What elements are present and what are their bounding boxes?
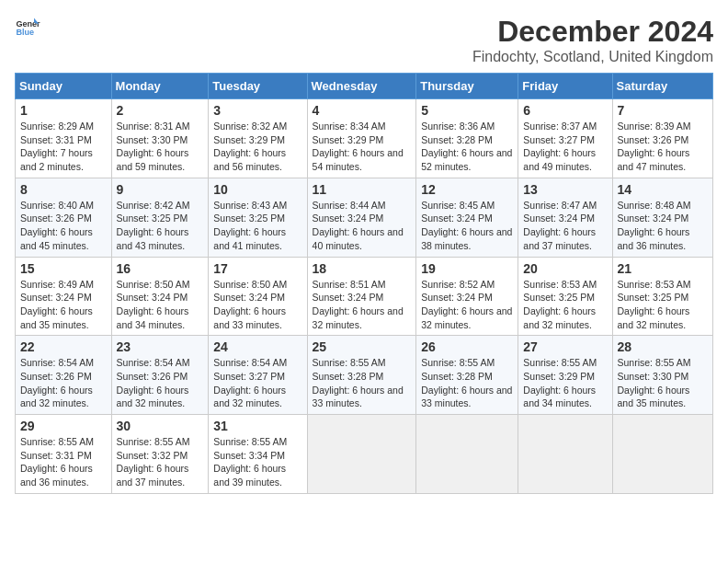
- col-saturday: Saturday: [612, 74, 712, 99]
- table-row: 21 Sunrise: 8:53 AM Sunset: 3:25 PM Dayl…: [612, 257, 712, 336]
- table-row: 29 Sunrise: 8:55 AM Sunset: 3:31 PM Dayl…: [16, 415, 112, 494]
- table-row: 6 Sunrise: 8:37 AM Sunset: 3:27 PM Dayli…: [518, 99, 612, 178]
- day-info: Sunrise: 8:37 AM Sunset: 3:27 PM Dayligh…: [523, 120, 607, 174]
- day-info: Sunrise: 8:55 AM Sunset: 3:34 PM Dayligh…: [213, 435, 301, 489]
- day-number: 26: [421, 339, 513, 354]
- table-row: [307, 415, 416, 494]
- day-info: Sunrise: 8:54 AM Sunset: 3:26 PM Dayligh…: [117, 356, 204, 410]
- table-row: 9 Sunrise: 8:42 AM Sunset: 3:25 PM Dayli…: [111, 178, 209, 257]
- table-row: [416, 415, 518, 494]
- day-info: Sunrise: 8:54 AM Sunset: 3:26 PM Dayligh…: [20, 356, 107, 410]
- day-info: Sunrise: 8:55 AM Sunset: 3:31 PM Dayligh…: [20, 435, 107, 489]
- logo-icon: General Blue: [15, 15, 40, 40]
- day-number: 23: [117, 339, 204, 354]
- table-row: 18 Sunrise: 8:51 AM Sunset: 3:24 PM Dayl…: [307, 257, 416, 336]
- day-info: Sunrise: 8:53 AM Sunset: 3:25 PM Dayligh…: [523, 278, 607, 332]
- day-info: Sunrise: 8:50 AM Sunset: 3:24 PM Dayligh…: [213, 278, 301, 332]
- col-monday: Monday: [111, 74, 209, 99]
- day-number: 1: [20, 103, 107, 118]
- day-info: Sunrise: 8:55 AM Sunset: 3:28 PM Dayligh…: [421, 356, 513, 410]
- day-info: Sunrise: 8:54 AM Sunset: 3:27 PM Dayligh…: [213, 356, 301, 410]
- calendar-subtitle: Findochty, Scotland, United Kingdom: [472, 49, 713, 65]
- day-info: Sunrise: 8:51 AM Sunset: 3:24 PM Dayligh…: [313, 278, 412, 332]
- svg-text:Blue: Blue: [16, 28, 34, 37]
- table-row: 28 Sunrise: 8:55 AM Sunset: 3:30 PM Dayl…: [612, 336, 712, 415]
- week-row-1: 1 Sunrise: 8:29 AM Sunset: 3:31 PM Dayli…: [16, 99, 713, 178]
- table-row: 1 Sunrise: 8:29 AM Sunset: 3:31 PM Dayli…: [16, 99, 112, 178]
- day-number: 25: [313, 339, 412, 354]
- table-row: 17 Sunrise: 8:50 AM Sunset: 3:24 PM Dayl…: [209, 257, 307, 336]
- table-row: 14 Sunrise: 8:48 AM Sunset: 3:24 PM Dayl…: [612, 178, 712, 257]
- day-number: 29: [20, 419, 107, 433]
- day-number: 2: [117, 103, 204, 118]
- day-info: Sunrise: 8:34 AM Sunset: 3:29 PM Dayligh…: [313, 120, 412, 174]
- week-row-5: 29 Sunrise: 8:55 AM Sunset: 3:31 PM Dayl…: [16, 415, 713, 494]
- day-number: 15: [20, 261, 107, 276]
- table-row: 15 Sunrise: 8:49 AM Sunset: 3:24 PM Dayl…: [16, 257, 112, 336]
- table-row: 31 Sunrise: 8:55 AM Sunset: 3:34 PM Dayl…: [209, 415, 307, 494]
- day-number: 17: [213, 261, 301, 276]
- table-row: 23 Sunrise: 8:54 AM Sunset: 3:26 PM Dayl…: [111, 336, 209, 415]
- day-number: 22: [20, 339, 107, 354]
- day-info: Sunrise: 8:36 AM Sunset: 3:28 PM Dayligh…: [421, 120, 513, 174]
- table-row: 25 Sunrise: 8:55 AM Sunset: 3:28 PM Dayl…: [307, 336, 416, 415]
- day-info: Sunrise: 8:43 AM Sunset: 3:25 PM Dayligh…: [213, 199, 301, 253]
- day-number: 19: [421, 261, 513, 276]
- day-number: 6: [523, 103, 607, 118]
- day-number: 8: [20, 182, 107, 197]
- day-number: 7: [618, 103, 708, 118]
- table-row: 5 Sunrise: 8:36 AM Sunset: 3:28 PM Dayli…: [416, 99, 518, 178]
- day-number: 20: [523, 261, 607, 276]
- day-info: Sunrise: 8:55 AM Sunset: 3:30 PM Dayligh…: [618, 356, 708, 410]
- day-number: 31: [213, 419, 301, 433]
- day-info: Sunrise: 8:55 AM Sunset: 3:32 PM Dayligh…: [117, 435, 204, 489]
- day-number: 27: [523, 339, 607, 354]
- svg-text:General: General: [16, 19, 40, 29]
- table-row: 24 Sunrise: 8:54 AM Sunset: 3:27 PM Dayl…: [209, 336, 307, 415]
- col-tuesday: Tuesday: [209, 74, 307, 99]
- day-info: Sunrise: 8:53 AM Sunset: 3:25 PM Dayligh…: [618, 278, 708, 332]
- day-info: Sunrise: 8:29 AM Sunset: 3:31 PM Dayligh…: [20, 120, 107, 174]
- day-number: 9: [117, 182, 204, 197]
- day-number: 21: [618, 261, 708, 276]
- col-thursday: Thursday: [416, 74, 518, 99]
- day-info: Sunrise: 8:45 AM Sunset: 3:24 PM Dayligh…: [421, 199, 513, 253]
- table-row: 19 Sunrise: 8:52 AM Sunset: 3:24 PM Dayl…: [416, 257, 518, 336]
- day-number: 24: [213, 339, 301, 354]
- day-info: Sunrise: 8:47 AM Sunset: 3:24 PM Dayligh…: [523, 199, 607, 253]
- table-row: 26 Sunrise: 8:55 AM Sunset: 3:28 PM Dayl…: [416, 336, 518, 415]
- day-number: 11: [313, 182, 412, 197]
- day-info: Sunrise: 8:49 AM Sunset: 3:24 PM Dayligh…: [20, 278, 107, 332]
- table-row: 7 Sunrise: 8:39 AM Sunset: 3:26 PM Dayli…: [612, 99, 712, 178]
- table-row: 2 Sunrise: 8:31 AM Sunset: 3:30 PM Dayli…: [111, 99, 209, 178]
- day-info: Sunrise: 8:55 AM Sunset: 3:28 PM Dayligh…: [313, 356, 412, 410]
- table-row: 3 Sunrise: 8:32 AM Sunset: 3:29 PM Dayli…: [209, 99, 307, 178]
- day-number: 30: [117, 419, 204, 433]
- day-number: 13: [523, 182, 607, 197]
- day-info: Sunrise: 8:55 AM Sunset: 3:29 PM Dayligh…: [523, 356, 607, 410]
- col-friday: Friday: [518, 74, 612, 99]
- title-block: December 2024 Findochty, Scotland, Unite…: [472, 15, 713, 65]
- day-number: 18: [313, 261, 412, 276]
- week-row-3: 15 Sunrise: 8:49 AM Sunset: 3:24 PM Dayl…: [16, 257, 713, 336]
- table-row: 12 Sunrise: 8:45 AM Sunset: 3:24 PM Dayl…: [416, 178, 518, 257]
- day-number: 12: [421, 182, 513, 197]
- table-row: 13 Sunrise: 8:47 AM Sunset: 3:24 PM Dayl…: [518, 178, 612, 257]
- day-info: Sunrise: 8:42 AM Sunset: 3:25 PM Dayligh…: [117, 199, 204, 253]
- day-info: Sunrise: 8:40 AM Sunset: 3:26 PM Dayligh…: [20, 199, 107, 253]
- day-number: 16: [117, 261, 204, 276]
- day-number: 4: [313, 103, 412, 118]
- day-info: Sunrise: 8:50 AM Sunset: 3:24 PM Dayligh…: [117, 278, 204, 332]
- table-row: 16 Sunrise: 8:50 AM Sunset: 3:24 PM Dayl…: [111, 257, 209, 336]
- day-info: Sunrise: 8:52 AM Sunset: 3:24 PM Dayligh…: [421, 278, 513, 332]
- day-info: Sunrise: 8:31 AM Sunset: 3:30 PM Dayligh…: [117, 120, 204, 174]
- col-wednesday: Wednesday: [307, 74, 416, 99]
- calendar-header-row: Sunday Monday Tuesday Wednesday Thursday…: [16, 74, 713, 99]
- table-row: [612, 415, 712, 494]
- table-row: [518, 415, 612, 494]
- week-row-2: 8 Sunrise: 8:40 AM Sunset: 3:26 PM Dayli…: [16, 178, 713, 257]
- day-number: 14: [618, 182, 708, 197]
- table-row: 4 Sunrise: 8:34 AM Sunset: 3:29 PM Dayli…: [307, 99, 416, 178]
- table-row: 22 Sunrise: 8:54 AM Sunset: 3:26 PM Dayl…: [16, 336, 112, 415]
- table-row: 20 Sunrise: 8:53 AM Sunset: 3:25 PM Dayl…: [518, 257, 612, 336]
